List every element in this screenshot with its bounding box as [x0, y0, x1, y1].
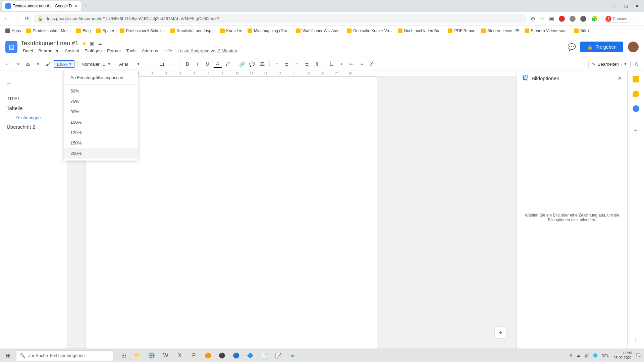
- clear-formatting-button[interactable]: ✗: [367, 60, 376, 68]
- edge-icon[interactable]: 🌐: [145, 349, 158, 362]
- profile-paused-button[interactable]: T Pausiert: [602, 15, 631, 23]
- window-close-button[interactable]: ✕: [635, 4, 639, 8]
- notifications-icon[interactable]: 💬: [636, 353, 641, 358]
- menu-datei[interactable]: Datei: [21, 48, 35, 54]
- volume-icon[interactable]: 🔊: [584, 353, 589, 358]
- font-size-increase[interactable]: +: [169, 60, 177, 68]
- font-size-value[interactable]: 11: [157, 62, 167, 67]
- star-bookmark-icon[interactable]: ☆: [540, 15, 544, 22]
- bookmark-item[interactable]: Steuern Lesen !!!!: [479, 27, 521, 35]
- bookmark-item[interactable]: Steuern Videos wic...: [523, 27, 571, 35]
- font-size-decrease[interactable]: −: [147, 60, 156, 68]
- comments-icon[interactable]: 💬: [568, 43, 576, 51]
- bookmark-item[interactable]: Büro: [572, 27, 591, 35]
- back-button[interactable]: ←: [3, 15, 10, 22]
- keep-icon[interactable]: [633, 90, 639, 97]
- app-icon[interactable]: 📄: [258, 349, 271, 362]
- bookmark-item[interactable]: Mindmapping (Gru...: [246, 27, 292, 35]
- menu-tools[interactable]: Tools: [124, 48, 138, 54]
- edit-mode-selector[interactable]: ✎ Bearbeiten | ▼: [588, 60, 631, 68]
- outline-item[interactable]: Zeichnungen: [3, 113, 64, 122]
- tab-close-icon[interactable]: ✕: [74, 3, 78, 9]
- redo-button[interactable]: ↷: [13, 60, 22, 68]
- zoom-option[interactable]: 150%: [64, 138, 138, 148]
- bookmark-item[interactable]: Professionell Schrei...: [118, 27, 167, 35]
- zoom-option[interactable]: 90%: [64, 107, 138, 117]
- user-avatar-icon[interactable]: [628, 42, 639, 52]
- bookmark-item[interactable]: Kursidee: [218, 27, 244, 35]
- zoom-fit-option[interactable]: An Fenstergröße anpassen: [64, 72, 138, 83]
- obs-icon[interactable]: ⚫: [215, 349, 229, 362]
- indent-decrease-button[interactable]: ⇤: [347, 60, 356, 68]
- undo-button[interactable]: ↶: [3, 60, 12, 68]
- chrome-menu-icon[interactable]: ⋮: [635, 15, 641, 22]
- paragraph-style-selector[interactable]: Normaler T... ▼: [80, 61, 112, 67]
- word-icon[interactable]: W: [159, 349, 172, 362]
- line-spacing-button[interactable]: ⇅: [313, 60, 321, 68]
- reader-icon[interactable]: ▣: [549, 15, 554, 22]
- font-selector[interactable]: Arial ▼: [118, 61, 141, 67]
- comment-button[interactable]: 💬: [248, 60, 257, 68]
- zoom-page-icon[interactable]: ⊕: [531, 15, 535, 22]
- sidebar-close-button[interactable]: ✕: [618, 75, 622, 81]
- numbered-list-button[interactable]: 1.: [327, 60, 336, 68]
- powerpoint-icon[interactable]: P: [187, 349, 201, 362]
- highlight-button[interactable]: 🖍: [223, 60, 232, 68]
- start-button[interactable]: ⊞: [0, 349, 16, 362]
- zoom-option[interactable]: 50%: [64, 86, 138, 96]
- onedrive-icon[interactable]: ☁: [577, 353, 580, 358]
- bookmark-item[interactable]: Noch hochladen Bu...: [396, 27, 445, 35]
- task-view-icon[interactable]: ⊡: [117, 349, 130, 362]
- align-center-button[interactable]: ≣: [282, 60, 291, 68]
- star-icon[interactable]: ★: [82, 40, 87, 47]
- tasks-icon[interactable]: [633, 105, 639, 112]
- zoom-selector[interactable]: 100% ▼: [54, 60, 74, 68]
- extension-icon[interactable]: [570, 16, 576, 22]
- spellcheck-button[interactable]: Ａ: [34, 60, 42, 68]
- extension-icon[interactable]: [559, 16, 565, 22]
- image-button[interactable]: 🖼: [258, 60, 267, 68]
- menu-einfuegen[interactable]: Einfügen: [83, 48, 104, 54]
- zoom-option[interactable]: 200%: [64, 148, 138, 159]
- align-justify-button[interactable]: ≣: [303, 60, 311, 68]
- minimize-button[interactable]: —: [613, 4, 617, 8]
- link-button[interactable]: 🔗: [238, 60, 247, 68]
- bookmark-item[interactable]: Deutsche Kurs + Vo...: [345, 27, 394, 35]
- share-button[interactable]: 🔒 Freigeben: [580, 42, 623, 52]
- bookmark-item[interactable]: Blog: [74, 27, 93, 35]
- bookmark-item[interactable]: Wahlfächer WU Aus...: [294, 27, 343, 35]
- last-change-label[interactable]: Letzte Änderung vor 3 Minuten: [175, 48, 239, 54]
- language-indicator[interactable]: DEU: [602, 354, 609, 358]
- url-field[interactable]: 🔒 docs.google.com/document/d/1hUH8k6h7Lb…: [34, 14, 527, 23]
- outline-item[interactable]: Tabelle: [3, 103, 64, 113]
- maximize-button[interactable]: ▢: [624, 4, 628, 8]
- explore-button[interactable]: ✦: [494, 326, 506, 339]
- print-button[interactable]: 🖶: [23, 60, 32, 68]
- hide-rail-button[interactable]: ›: [635, 337, 637, 342]
- docs-logo-icon[interactable]: ▤: [5, 41, 17, 53]
- extensions-menu-icon[interactable]: 🧩: [591, 15, 598, 22]
- edge-icon[interactable]: 🔷: [244, 349, 257, 362]
- indent-increase-button[interactable]: ⇥: [357, 60, 366, 68]
- move-icon[interactable]: ▣: [90, 41, 94, 46]
- calendar-icon[interactable]: [633, 76, 639, 82]
- forward-button[interactable]: →: [13, 15, 20, 22]
- outline-item[interactable]: Überschrift 2: [3, 122, 64, 132]
- app-icon[interactable]: 📝: [272, 349, 285, 362]
- menu-format[interactable]: Format: [105, 48, 123, 54]
- bookmark-item[interactable]: Produktsuche - Mer...: [24, 27, 73, 35]
- bookmark-item[interactable]: Später: [94, 27, 116, 35]
- align-left-button[interactable]: ≡: [272, 60, 281, 68]
- spotify-icon[interactable]: ●: [286, 349, 299, 362]
- chrome-icon[interactable]: 🔵: [229, 349, 243, 362]
- zoom-option[interactable]: 125%: [64, 127, 138, 138]
- menu-bearbeiten[interactable]: Bearbeiten: [36, 48, 61, 54]
- outline-back-button[interactable]: ←: [3, 77, 64, 94]
- collapse-toolbar-button[interactable]: ᐱ: [632, 61, 641, 67]
- new-tab-button[interactable]: +: [81, 3, 91, 9]
- network-icon[interactable]: 🌐: [593, 353, 598, 358]
- bookmark-item[interactable]: PDF Report: [446, 27, 477, 35]
- cloud-saved-icon[interactable]: ☁: [98, 41, 102, 46]
- align-right-button[interactable]: ≡: [292, 60, 301, 68]
- browser-tab[interactable]: Textdokument neu #1 - Google D ✕: [2, 1, 81, 11]
